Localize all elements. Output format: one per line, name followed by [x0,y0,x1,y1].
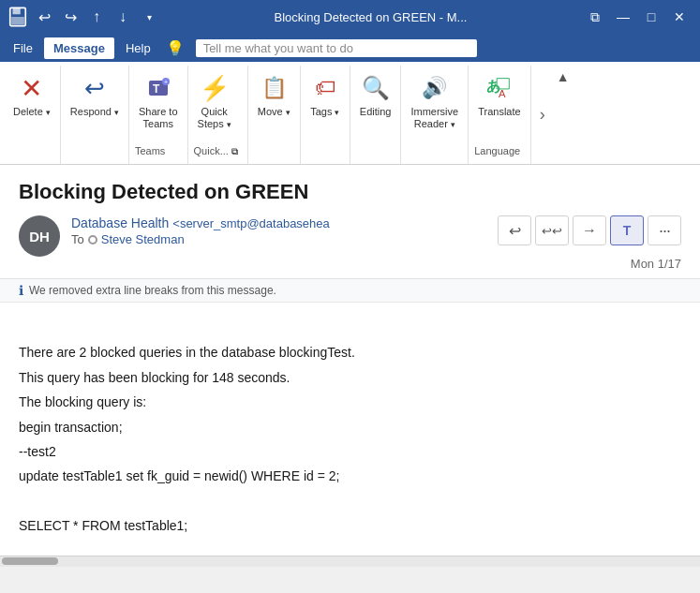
immersive-group: 🔊 ImmersiveReader ▾ [401,66,469,164]
editing-group: 🔍 Editing [350,66,402,164]
quick-steps-group: ⚡ QuickSteps ▾ Quick... ⧉ [188,66,248,164]
tags-group: 🏷 Tags ▾ [301,66,350,164]
body-line-5: begin transaction; [19,417,681,437]
quick-expand-icon[interactable]: ⧉ [229,145,242,158]
redo-icon[interactable]: ↪ [60,7,81,27]
svg-text:A: A [499,88,506,99]
editing-label: Editing [360,106,392,118]
respond-group: ↩ Respond ▾ [61,66,129,164]
email-meta: DH Database Health <server_smtp@database… [19,215,681,271]
quicksteps-label: QuickSteps ▾ [198,106,231,130]
body-line-7: update testTable1 set fk_guid = newid() … [19,466,681,486]
search-bar[interactable]: Tell me what you want to do [196,39,477,57]
translate-label: Translate [478,106,520,118]
ribbon-collapse-button[interactable]: ▲ [554,69,573,84]
more-actions-button[interactable]: ··· [648,215,681,245]
close-button[interactable]: ✕ [666,4,693,30]
delete-label: Delete ▾ [13,106,51,118]
menu-bar: File Message Help 💡 Tell me what you wan… [0,34,700,62]
menu-message[interactable]: Message [44,37,114,59]
respond-label: Respond ▾ [70,106,119,118]
window-controls: ⧉ — □ ✕ [582,4,693,30]
recipient-name: Steve Stedman [101,232,185,246]
menu-help[interactable]: Help [116,37,160,59]
to-label: To [71,232,84,246]
quick-group-label: Quick... [194,142,229,160]
reply-all-button[interactable]: ↩↩ [535,215,569,245]
avatar: DH [19,215,60,257]
ribbon: ✕ Delete ▾ ↩ Respond ▾ T + [0,62,700,165]
forward-button[interactable]: → [573,215,606,245]
delete-icon: ✕ [17,73,47,103]
maximize-button[interactable]: □ [638,4,664,30]
move-button[interactable]: 📋 Move ▾ [252,69,296,122]
immersive-reader-button[interactable]: 🔊 ImmersiveReader ▾ [405,69,464,134]
email-date: Mon 1/17 [631,257,681,271]
save-icon[interactable] [7,7,28,27]
ribbon-more-icon: › [540,105,545,125]
move-icon: 📋 [259,73,289,103]
delete-group: ✕ Delete ▾ [4,66,61,164]
body-line-6: --test2 [19,441,681,462]
email-actions: ↩ ↩↩ → T ··· [498,215,681,245]
undo-icon[interactable]: ↩ [34,7,54,27]
window-title: Blocking Detected on GREEN - M... [159,10,582,24]
lightbulb-icon: 💡 [166,39,185,57]
restore-window-button[interactable]: ⧉ [582,4,608,30]
editing-button[interactable]: 🔍 Editing [354,69,397,122]
quick-access-toolbar: ↩ ↪ ↑ ↓ ▾ [7,7,159,27]
translate-icon: あ A [484,73,514,103]
share-to-teams-button[interactable]: T + Share toTeams [133,69,184,134]
recipient-row: To Steve Stedman [71,232,330,246]
language-group: あ A Translate Language [469,66,530,164]
body-line-9: SELECT * FROM testTable1; [19,515,681,536]
email-area: Blocking Detected on GREEN DH Database H… [0,165,700,556]
body-line-2: There are 2 blocked queries in the datab… [19,342,681,363]
teams-action-button[interactable]: T [610,215,644,245]
email-header: Blocking Detected on GREEN DH Database H… [0,165,700,279]
body-line-3: This query has been blocking for 148 sec… [19,367,681,388]
svg-rect-1 [13,7,21,14]
tags-icon: 🏷 [310,73,340,103]
notice-bar: ℹ We removed extra line breaks from this… [0,279,700,303]
editing-icon: 🔍 [361,73,391,103]
info-icon: ℹ [19,283,23,298]
teams-group: T + Share toTeams Teams [129,66,188,164]
minimize-button[interactable]: — [610,4,636,30]
quicksteps-icon: ⚡ [200,73,230,103]
svg-text:+: + [164,79,168,85]
body-line-8 [19,491,681,511]
dropdown-icon[interactable]: ▾ [139,7,159,27]
horizontal-scrollbar[interactable] [0,556,700,567]
move-group: 📋 Move ▾ [248,66,301,164]
svg-text:T: T [153,82,160,96]
email-body: There are 2 blocked queries in the datab… [0,303,700,556]
delete-button[interactable]: ✕ Delete ▾ [7,69,56,122]
tags-label: Tags ▾ [310,106,339,118]
menu-file[interactable]: File [4,37,42,59]
teams-label: Share toTeams [139,106,178,130]
reply-button[interactable]: ↩ [498,215,531,245]
svg-rect-2 [11,17,24,24]
date-area: ↩ ↩↩ → T ··· Mon 1/17 [498,215,681,271]
sender-email: <server_smtp@databasehea [172,216,330,230]
translate-button[interactable]: あ A Translate [472,69,526,122]
sender-row: DH Database Health <server_smtp@database… [19,215,330,257]
scroll-thumb[interactable] [2,557,58,565]
respond-icon: ↩ [80,73,110,103]
ribbon-more-button[interactable]: › [531,66,554,164]
notice-text: We removed extra line breaks from this m… [29,284,276,297]
up-icon[interactable]: ↑ [86,7,107,27]
sender-name: Database Health [71,215,169,230]
email-subject: Blocking Detected on GREEN [19,180,681,204]
language-group-label: Language [474,142,520,160]
down-icon[interactable]: ↓ [112,7,133,27]
tags-button[interactable]: 🏷 Tags ▾ [305,69,346,122]
immersive-icon: 🔊 [420,73,450,103]
title-bar: ↩ ↪ ↑ ↓ ▾ Blocking Detected on GREEN - M… [0,0,700,34]
move-label: Move ▾ [258,106,290,118]
respond-button[interactable]: ↩ Respond ▾ [65,69,125,122]
quick-steps-button[interactable]: ⚡ QuickSteps ▾ [192,69,237,134]
online-status-dot [88,235,97,245]
immersive-label: ImmersiveReader ▾ [410,106,458,130]
